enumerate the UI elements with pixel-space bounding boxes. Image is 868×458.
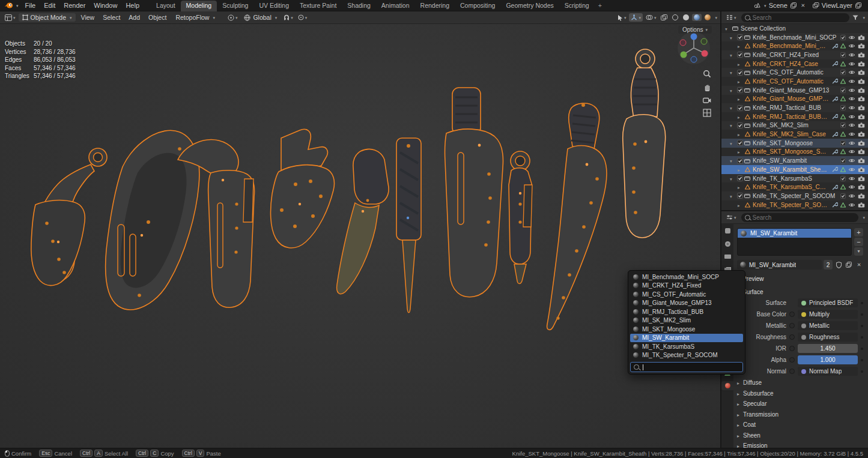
outliner-item-label[interactable]: Knife_SK_MK2_Slim bbox=[753, 122, 837, 128]
hide-viewport-eye-icon[interactable] bbox=[848, 149, 855, 154]
hide-viewport-eye-icon[interactable] bbox=[848, 96, 855, 101]
disclosure-icon[interactable] bbox=[730, 87, 736, 94]
mesh-data-icon[interactable] bbox=[840, 61, 846, 67]
modifier-wrench-icon[interactable] bbox=[832, 113, 838, 119]
node-socket-icon[interactable] bbox=[789, 346, 795, 351]
gizmo-z-axis[interactable] bbox=[691, 34, 697, 40]
fake-user-shield-button[interactable] bbox=[834, 260, 843, 270]
selectable-checkbox-icon[interactable] bbox=[840, 122, 846, 128]
disable-render-camera-icon[interactable] bbox=[858, 149, 865, 154]
modifier-wrench-icon[interactable] bbox=[832, 184, 838, 190]
properties-editor-type-button[interactable] bbox=[724, 213, 738, 221]
node-socket-icon[interactable] bbox=[789, 323, 795, 328]
knife-otf-6[interactable] bbox=[396, 138, 421, 313]
outliner-item-label[interactable]: Knife_SK_MK2_Slim_Case bbox=[753, 131, 829, 137]
shading-solid-button[interactable] bbox=[681, 14, 691, 21]
outliner-search[interactable] bbox=[741, 13, 850, 22]
disclosure-icon[interactable] bbox=[738, 184, 744, 190]
properties-tab-tool[interactable] bbox=[721, 226, 733, 235]
viewport-menu[interactable]: Select bbox=[99, 13, 124, 22]
material-name[interactable]: MI_SW_Karambit bbox=[749, 262, 796, 268]
material-option[interactable]: MI_CRKT_HZ4_Fixed bbox=[630, 282, 743, 291]
disable-render-camera-icon[interactable] bbox=[858, 122, 865, 128]
property-value-widget[interactable]: Normal Map bbox=[798, 367, 858, 376]
property-value-widget[interactable]: 1.450 bbox=[798, 344, 858, 353]
zoom-tool-icon[interactable] bbox=[703, 70, 711, 78]
collection-checkbox-icon[interactable] bbox=[737, 158, 743, 164]
workspace-tab[interactable]: Compositing bbox=[455, 1, 500, 11]
disclosure-icon[interactable] bbox=[738, 61, 744, 67]
hide-viewport-eye-icon[interactable] bbox=[848, 193, 855, 199]
outliner-row[interactable]: Knife_CS_OTF_Automatic bbox=[721, 68, 868, 77]
remove-slot-button[interactable] bbox=[854, 238, 863, 246]
workspace-tab[interactable]: Scripting bbox=[559, 1, 595, 11]
outliner-row[interactable]: Knife_Benchmade_Mini_SOCP bbox=[721, 33, 868, 42]
outliner-row[interactable]: Knife_CRKT_HZ4_Fixed bbox=[721, 50, 868, 59]
snap-toggle-button[interactable] bbox=[282, 13, 295, 22]
workspace-tab[interactable]: Modeling bbox=[181, 1, 217, 11]
disclosure-icon[interactable] bbox=[730, 34, 736, 41]
knife-ring-8[interactable] bbox=[509, 151, 532, 284]
material-slot[interactable]: MI_SW_Karambit bbox=[738, 229, 851, 238]
properties-search[interactable] bbox=[741, 213, 859, 222]
disable-render-camera-icon[interactable] bbox=[858, 184, 865, 190]
disclosure-icon[interactable] bbox=[730, 52, 736, 58]
disclosure-icon[interactable] bbox=[730, 193, 736, 199]
modifier-wrench-icon[interactable] bbox=[832, 78, 838, 84]
keyframe-decorator-icon[interactable] bbox=[861, 302, 863, 304]
selectable-checkbox-icon[interactable] bbox=[840, 70, 846, 75]
shading-wireframe-button[interactable] bbox=[670, 14, 680, 21]
material-option[interactable]: MI_TK_KarsumbaS bbox=[630, 342, 743, 351]
outliner-item-label[interactable]: Knife_Giant_Mouse_GMP13 bbox=[753, 95, 829, 102]
disable-render-camera-icon[interactable] bbox=[858, 193, 865, 199]
pan-hand-icon[interactable] bbox=[703, 83, 711, 91]
material-option[interactable]: MI_CS_OTF_Automatic bbox=[630, 290, 743, 299]
outliner-row[interactable]: Knife_Benchmade_Mini_SOCP_Sheath bbox=[721, 41, 868, 50]
node-socket-icon[interactable] bbox=[789, 357, 795, 363]
selectability-button[interactable] bbox=[616, 13, 628, 22]
keyframe-decorator-icon[interactable] bbox=[861, 336, 863, 339]
toggle-perspective-grid-icon[interactable] bbox=[703, 109, 711, 117]
outliner-row[interactable]: Knife_TK_Specter_R_SOCOM_Sheath bbox=[721, 200, 868, 209]
mesh-data-icon[interactable] bbox=[840, 149, 846, 154]
mesh-data-icon[interactable] bbox=[840, 96, 846, 101]
modifier-wrench-icon[interactable] bbox=[832, 43, 838, 49]
mode-selector[interactable]: Object Mode bbox=[19, 13, 76, 22]
hide-viewport-eye-icon[interactable] bbox=[848, 122, 855, 128]
outliner-row[interactable]: Knife_CS_OTF_Automatic bbox=[721, 77, 868, 86]
proportional-edit-button[interactable] bbox=[296, 13, 309, 22]
hide-viewport-eye-icon[interactable] bbox=[848, 202, 855, 208]
property-value-widget[interactable]: Roughness bbox=[798, 333, 858, 342]
collection-checkbox-icon[interactable] bbox=[737, 193, 743, 199]
outliner-row[interactable]: Knife_SK_MK2_Slim bbox=[721, 121, 868, 130]
outliner-item-label[interactable]: Knife_Benchmade_Mini_SOCP_Sheath bbox=[753, 43, 829, 49]
disable-render-camera-icon[interactable] bbox=[858, 43, 865, 49]
outliner-row[interactable]: Knife_CRKT_HZ4_Case bbox=[721, 59, 868, 68]
workspace-tab[interactable]: UV Editing bbox=[253, 1, 294, 11]
hide-viewport-eye-icon[interactable] bbox=[848, 140, 855, 146]
shading-chevron-icon[interactable] bbox=[714, 14, 717, 21]
transform-pivot-button[interactable] bbox=[226, 13, 240, 22]
disable-render-camera-icon[interactable] bbox=[858, 105, 865, 110]
node-socket-icon[interactable] bbox=[789, 312, 795, 317]
collection-checkbox-icon[interactable] bbox=[737, 105, 743, 111]
outliner-row[interactable]: Knife_RMJ_Tactical_BUB_Sheath bbox=[721, 112, 868, 121]
topbar-menu[interactable]: File bbox=[21, 0, 40, 11]
outliner-item-label[interactable]: Scene Collection bbox=[741, 25, 865, 32]
disclosure-icon[interactable] bbox=[738, 202, 744, 208]
scene-selector[interactable]: Scene bbox=[754, 2, 807, 9]
material-subpanel-header[interactable]: Transmission bbox=[737, 411, 863, 418]
selectable-checkbox-icon[interactable] bbox=[840, 140, 846, 146]
material-subpanel-header[interactable]: Subsurface bbox=[737, 390, 863, 397]
overlays-toggle-button[interactable] bbox=[644, 13, 658, 22]
hide-viewport-eye-icon[interactable] bbox=[848, 61, 855, 67]
modifier-wrench-icon[interactable] bbox=[832, 61, 838, 67]
disclosure-icon[interactable] bbox=[738, 78, 744, 85]
selectable-checkbox-icon[interactable] bbox=[840, 35, 846, 40]
property-value-widget[interactable]: 1.000 bbox=[798, 355, 858, 364]
add-slot-button[interactable] bbox=[854, 228, 863, 237]
unlink-scene-button[interactable] bbox=[800, 2, 807, 9]
disclosure-icon[interactable] bbox=[730, 175, 736, 182]
hide-viewport-eye-icon[interactable] bbox=[848, 88, 855, 93]
node-socket-icon[interactable] bbox=[789, 369, 795, 374]
